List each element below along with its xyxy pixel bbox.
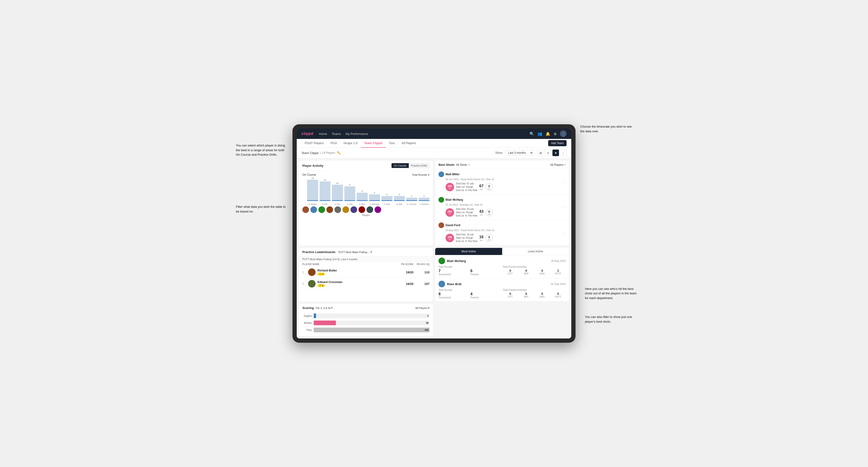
nav-my-performance[interactable]: My Performance (346, 132, 368, 135)
gtt-col-2: 0 GTT (503, 292, 518, 298)
sub-nav-right: Add Team (548, 140, 566, 146)
shot-player-name-1: Matt Miller (445, 173, 460, 176)
bell-icon[interactable]: 🔔 (546, 132, 550, 136)
apc-practice-activities-1: Total Practice Activities 0 GTT 0 (503, 266, 566, 276)
players-filter[interactable]: All Players ▾ (550, 163, 566, 166)
top-nav: clippd Home Teams My Performance 🔍 👥 🔔 ⊕… (297, 129, 571, 139)
active-tabs: Most Active Least Active (435, 248, 569, 255)
nav-home[interactable]: Home (319, 132, 327, 135)
player-avatar (350, 206, 357, 213)
apc-name-1: Blair McHarg (447, 259, 549, 263)
tab-team-clippd[interactable]: Team Clippd (361, 139, 385, 148)
tournament-col-1: 7 Tournament (438, 269, 469, 276)
metric-select[interactable]: Total Rounds ▾ (412, 173, 430, 177)
shot-text-3: Shot Dist: 16 yds Start Lie: Rough End L… (456, 233, 477, 243)
bar-label-top: 9 (349, 184, 350, 186)
shot-stat-zero-2: 0 yds (486, 209, 493, 216)
tab-hcaps[interactable]: Hcaps 1-5 (340, 139, 361, 148)
bar-label-top: 3 (399, 193, 400, 195)
avatar[interactable]: 👤 (560, 130, 566, 137)
course-toggle: On Course Practice Drills (391, 163, 430, 168)
apc-sub-grid-2: 0 GTT 0 APP 0 (503, 292, 566, 298)
players-filter-chevron: ▾ (564, 163, 566, 166)
bar (319, 181, 331, 201)
tab-tour[interactable]: Tour (385, 139, 398, 148)
best-shots-title: Best Shots (438, 163, 455, 166)
plus-circle-icon[interactable]: ⊕ (554, 132, 557, 136)
most-active-tab[interactable]: Most Active (435, 248, 502, 255)
view-icons: ⊞ ≡ ♥ ⋮ (537, 150, 566, 156)
lb-score-2: 18/20 (399, 282, 413, 286)
putt-col-1: 1 PUTT (551, 269, 566, 275)
shot-stat-3: 16 yds (479, 235, 484, 241)
shot-chevron-2[interactable]: › (564, 206, 566, 209)
shot-course-info-3: 24 Aug 2023 · Royal North Devon GC, Hole… (445, 229, 562, 231)
bar-group: 12 (319, 179, 331, 201)
nav-teams[interactable]: Teams (332, 132, 341, 135)
lb-name-2: Edward Crossman (317, 280, 398, 284)
shot-badge-1: 200 SG (445, 183, 454, 191)
scoring-bar-value: 96 (426, 322, 429, 324)
tab-pgat-players[interactable]: PGAT Players (302, 139, 327, 148)
sub-nav: PGAT Players PGA Hcaps 1-5 Team Clippd T… (297, 139, 571, 148)
scoring-bar-value: 3 (427, 315, 429, 317)
bar-highlight (319, 200, 331, 201)
bar (369, 194, 380, 201)
shot-player-info-2: Blair McHarg 23 Jul 2023 · Ashridge GC, … (438, 197, 562, 217)
heart-view-button[interactable]: ♥ (552, 150, 559, 156)
tab-pga[interactable]: PGA (327, 139, 340, 148)
add-team-button[interactable]: Add Team (548, 140, 566, 146)
annotation-filter: Filter what data you wish the table to b… (236, 205, 288, 214)
bar-label-top: 5 (362, 190, 363, 192)
leaderboard-row-2: 2 Edward Crossman 🥈 2 18/20 107 (299, 278, 433, 290)
scoring-filter[interactable]: Par 3, 4 & 5s ▾ (316, 306, 333, 309)
shot-stat-zero-1: 0 yds (486, 183, 493, 191)
bar-chart: 13 12 10 9 5 4 3 3 (307, 178, 430, 202)
shot-avatar-2 (438, 197, 444, 203)
list-view-button[interactable]: ≡ (545, 150, 552, 156)
lb-info-2: Edward Crossman 🥈 2 (317, 280, 398, 287)
practice-drills-toggle[interactable]: Practice Drills (409, 163, 429, 168)
arg-col-2: 0 ARG (535, 292, 550, 298)
shot-player-name-3: David Ford (445, 224, 460, 227)
bar (307, 180, 318, 201)
tab-all-players[interactable]: All Players (398, 139, 419, 148)
lb-name-1: Richard Butler (317, 269, 398, 272)
apc-rounds-grid-1: 7 Tournament 6 Practice (438, 269, 501, 276)
bar-group: 2 (418, 195, 430, 201)
bar (356, 193, 368, 201)
shots-filter[interactable]: All Shots ▾ (456, 163, 470, 166)
bar-highlight (381, 200, 393, 201)
edit-icon[interactable]: ✏️ (337, 151, 341, 155)
scoring-row-label: Eagles (302, 314, 312, 317)
shots-filter-chevron: ▾ (468, 163, 470, 166)
shot-chevron-1[interactable]: › (564, 180, 566, 184)
shot-details-2: 200 SG Shot Dist: 43 yds Start Lie: Roug… (445, 208, 562, 217)
more-view-button[interactable]: ⋮ (560, 150, 566, 156)
apc-total-rounds-2: Total Rounds 8 Tournament 4 Pr (438, 289, 501, 299)
drill-select[interactable]: PUTT Must Make Putting ... ▾ (338, 250, 372, 253)
shot-stat-2: 43 yds (479, 210, 484, 216)
practice-leaderboards-panel: Practice Leaderboards PUTT Must Make Put… (299, 248, 433, 302)
lb-avg-2: 107 (415, 282, 430, 286)
shot-avatar-1 (438, 172, 444, 177)
shot-chevron-3[interactable]: › (564, 231, 566, 235)
gtt-col-1: 0 GTT (503, 269, 518, 275)
shot-stat-zero-3: 0 yds (486, 234, 493, 242)
on-course-toggle[interactable]: On Course (392, 163, 409, 168)
bar-highlight (344, 200, 355, 201)
shot-text-1: Shot Dist: 67 yds Start Lie: Rough End L… (456, 182, 477, 192)
bar-group: 3 (381, 193, 393, 201)
shot-stat-1: 67 yds (479, 184, 484, 190)
users-icon[interactable]: 👥 (537, 132, 542, 136)
grid-view-button[interactable]: ⊞ (537, 150, 544, 156)
bar-highlight (332, 200, 343, 201)
apc-date-2: 02 Sep 2023 (551, 283, 566, 285)
timescale-dropdown[interactable]: Last 3 months Last 6 months Last 12 mont… (505, 150, 533, 156)
least-active-tab[interactable]: Least Active (502, 248, 569, 255)
show-label: Show: (495, 151, 503, 154)
bar-highlight (307, 200, 318, 201)
scoring-players-filter[interactable]: All Players ▾ (415, 306, 430, 309)
chart-section-label: On Course (302, 173, 316, 177)
search-icon[interactable]: 🔍 (530, 132, 534, 136)
